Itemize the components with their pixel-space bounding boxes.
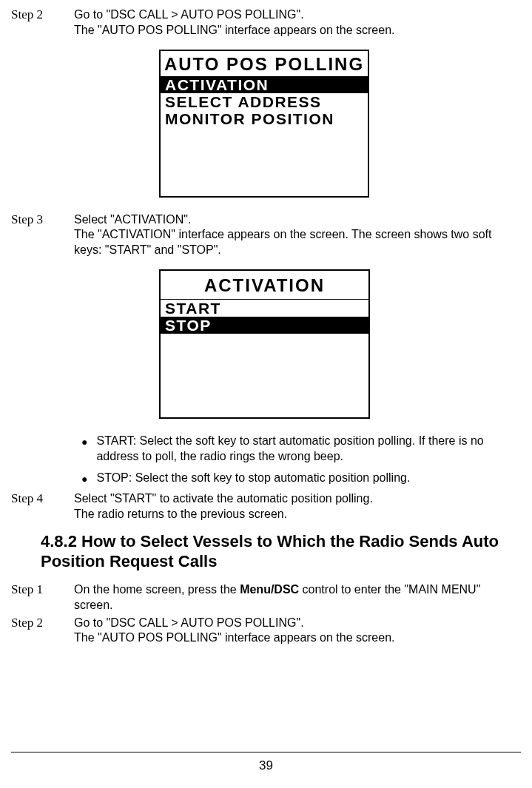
step-text: Go to "DSC CALL > AUTO POS POLLING". — [74, 7, 521, 23]
step-3: Step 3 Select "ACTIVATION". The "ACTIVAT… — [11, 212, 521, 258]
step-text: Select "ACTIVATION". — [74, 212, 521, 228]
step-content: On the home screen, press the Menu/DSC c… — [74, 582, 521, 613]
step-4: Step 4 Select "START" to activate the au… — [11, 491, 521, 522]
lcd-item-monitor-position: MONITOR POSITION — [161, 110, 368, 127]
lcd-item-stop: STOP — [161, 317, 368, 334]
bullet-text: START: Select the soft key to start auto… — [96, 434, 521, 465]
step-label: Step 2 — [11, 616, 74, 647]
step-text: The "ACTIVATION" interface appears on th… — [74, 227, 521, 258]
step-content: Select "START" to activate the automatic… — [74, 491, 521, 522]
footer-divider — [11, 752, 521, 752]
step-label: Step 2 — [11, 7, 74, 38]
step-text-bold: Menu/DSC — [240, 583, 299, 596]
lcd-activation: ACTIVATION START STOP — [159, 269, 370, 419]
page-number: 39 — [0, 758, 532, 773]
step-label: Step 4 — [11, 491, 74, 522]
lcd-title: ACTIVATION — [161, 271, 368, 300]
lcd-title: AUTO POS POLLING — [161, 51, 368, 76]
step-label: Step 3 — [11, 212, 74, 258]
step-label: Step 1 — [11, 582, 74, 613]
bullet-icon: ● — [81, 472, 87, 486]
lcd-auto-pos-polling: AUTO POS POLLING ACTIVATION SELECT ADDRE… — [159, 50, 369, 198]
step-2b: Step 2 Go to "DSC CALL > AUTO POS POLLIN… — [11, 616, 521, 647]
step-text: The "AUTO POS POLLING" interface appears… — [74, 23, 521, 38]
section-heading: 4.8.2 How to Select Vessels to Which the… — [41, 531, 521, 572]
lcd-item-activation: ACTIVATION — [161, 76, 368, 93]
lcd-item-select-address: SELECT ADDRESS — [161, 93, 368, 110]
step-text-pre: On the home screen, press the — [74, 583, 240, 596]
bullet-item: ● STOP: Select the soft key to stop auto… — [81, 471, 521, 486]
step-text: Select "START" to activate the automatic… — [74, 491, 521, 507]
step-content: Go to "DSC CALL > AUTO POS POLLING". The… — [74, 7, 521, 38]
bullet-text: STOP: Select the soft key to stop automa… — [96, 471, 521, 486]
step-1b: Step 1 On the home screen, press the Men… — [11, 582, 521, 613]
bullet-list: ● START: Select the soft key to start au… — [81, 434, 521, 485]
step-content: Select "ACTIVATION". The "ACTIVATION" in… — [74, 212, 521, 258]
bullet-item: ● START: Select the soft key to start au… — [81, 434, 521, 465]
lcd-item-start: START — [161, 300, 368, 317]
step-2a: Step 2 Go to "DSC CALL > AUTO POS POLLIN… — [11, 7, 521, 38]
bullet-icon: ● — [81, 435, 87, 465]
step-content: Go to "DSC CALL > AUTO POS POLLING". The… — [74, 616, 521, 647]
step-text: The "AUTO POS POLLING" interface appears… — [74, 630, 521, 646]
step-text: The radio returns to the previous screen… — [74, 507, 521, 522]
step-text: Go to "DSC CALL > AUTO POS POLLING". — [74, 616, 521, 631]
